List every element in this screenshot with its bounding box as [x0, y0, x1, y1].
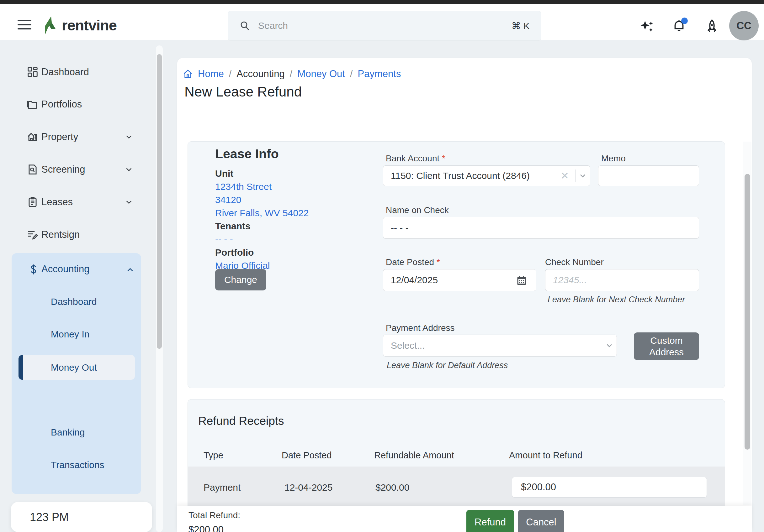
cell-refundable-amount: $200.00	[375, 482, 409, 493]
sidebar-item-portfolios[interactable]: Portfolios	[0, 95, 147, 113]
payment-address-select[interactable]: Select...	[383, 334, 617, 356]
search-placeholder: Search	[258, 20, 511, 31]
sidebar-item-rentsign[interactable]: Rentsign	[0, 226, 147, 243]
change-lease-button[interactable]: Change	[215, 269, 266, 290]
name-on-check-label: Name on Check	[386, 205, 449, 215]
refund-submit-button[interactable]: Refund	[467, 510, 514, 532]
refund-receipts-heading: Refund Receipts	[198, 415, 284, 428]
tenants-value-link[interactable]: -- - -	[215, 234, 233, 245]
sidebar-item-label: Rentsign	[41, 229, 80, 240]
total-refund-label: Total Refund:	[188, 510, 240, 520]
chevron-down-icon	[124, 198, 134, 207]
sidebar-item-label: Portfolios	[41, 99, 82, 110]
tenants-label: Tenants	[215, 221, 251, 231]
total-refund-value: $200.00	[188, 524, 224, 532]
content-scrollbar[interactable]	[743, 142, 751, 505]
sidebar-item-leases[interactable]: Leases	[0, 193, 147, 211]
lease-info-heading: Lease Info	[215, 147, 279, 161]
calendar-icon[interactable]	[516, 274, 527, 286]
form-action-footer: Total Refund: $200.00 Refund Cancel	[177, 506, 752, 532]
avatar-initials: CC	[736, 20, 751, 32]
dashboard-grid-icon	[27, 66, 39, 78]
sidebar-item-banking[interactable]: Banking	[12, 424, 141, 441]
memo-input[interactable]	[598, 166, 699, 186]
rentvine-logo[interactable]: rentvine	[43, 15, 117, 35]
sidebar-scrollbar-thumb[interactable]	[157, 54, 162, 349]
logo-text: rentvine	[62, 17, 117, 34]
name-on-check-input[interactable]	[383, 217, 699, 239]
window-chrome-strip	[0, 0, 764, 4]
cancel-button[interactable]: Cancel	[518, 510, 564, 532]
dollar-icon	[28, 263, 40, 275]
sidebar-item-money-in[interactable]: Money In	[12, 326, 141, 342]
menu-toggle-button[interactable]	[18, 17, 31, 30]
notification-badge-dot	[681, 18, 688, 24]
bank-account-value: 1150: Client Trust Account (2846)	[391, 171, 554, 181]
rentvine-leaf-icon	[43, 15, 59, 35]
unit-address-link[interactable]: 1234th Street	[215, 182, 272, 192]
app-header: rentvine Search ⌘ K	[0, 4, 764, 40]
breadcrumb-money-out[interactable]: Money Out	[297, 68, 345, 79]
app-root: rentvine Search ⌘ K	[0, 0, 764, 532]
portfolio-label: Portfolio	[215, 247, 254, 258]
sidebar-item-property[interactable]: Property	[0, 128, 147, 146]
content-scrollbar-thumb[interactable]	[745, 174, 750, 450]
user-avatar[interactable]: CC	[729, 11, 759, 41]
cell-type: Payment	[204, 482, 241, 493]
clock-time: 123 PM	[30, 511, 69, 524]
date-posted-label: Date Posted *	[386, 257, 440, 267]
sidebar-item-money-out-active[interactable]: Money Out	[19, 355, 135, 380]
check-number-input[interactable]	[545, 269, 699, 291]
breadcrumb-payments[interactable]: Payments	[358, 68, 401, 79]
sidebar-item-accounting[interactable]: Accounting	[12, 261, 141, 279]
ai-sparkles-icon[interactable]	[640, 19, 654, 33]
check-number-label: Check Number	[545, 257, 604, 267]
sidebar-item-diagnostics[interactable]: Diagnostics	[12, 489, 141, 494]
global-search-input[interactable]: Search ⌘ K	[228, 11, 541, 41]
payment-address-helper: Leave Blank for Default Address	[387, 361, 508, 370]
custom-address-button[interactable]: Custom Address	[634, 332, 699, 360]
search-icon	[239, 20, 251, 31]
sidebar-item-dashboard[interactable]: Dashboard	[0, 63, 147, 81]
whats-new-rocket-icon[interactable]	[704, 19, 718, 33]
folder-icon	[27, 98, 39, 110]
column-header-date-posted: Date Posted	[282, 450, 332, 461]
breadcrumb-separator: /	[290, 68, 292, 79]
date-posted-input[interactable]	[383, 269, 536, 291]
sidebar-item-label: Property	[41, 131, 78, 143]
screening-document-search-icon	[27, 164, 39, 176]
clock-widget[interactable]: 123 PM	[11, 502, 152, 532]
unit-address-link[interactable]: 34120	[215, 195, 241, 205]
unit-address-link[interactable]: River Falls, WV 54022	[215, 208, 308, 218]
unit-label: Unit	[215, 168, 233, 179]
sidebar-accounting-group: Accounting Dashboard Money In Money Out …	[12, 253, 141, 494]
leases-clipboard-icon	[27, 196, 39, 208]
column-header-type: Type	[204, 450, 223, 461]
amount-to-refund-input[interactable]	[512, 477, 707, 497]
sidebar-scrollbar[interactable]	[156, 46, 163, 532]
column-header-refundable-amount: Refundable Amount	[374, 450, 454, 461]
home-icon[interactable]	[183, 69, 193, 79]
rentsign-signature-icon	[27, 229, 39, 241]
payment-address-placeholder: Select...	[391, 340, 602, 351]
page-title: New Lease Refund	[184, 84, 302, 100]
bank-account-select[interactable]: 1150: Client Trust Account (2846) ✕	[383, 166, 590, 186]
search-shortcut: ⌘ K	[511, 20, 530, 31]
sidebar-item-label: Leases	[41, 197, 73, 208]
sidebar-item-screening[interactable]: Screening	[0, 161, 147, 178]
breadcrumb-home[interactable]: Home	[198, 68, 224, 79]
breadcrumb-separator: /	[350, 68, 353, 79]
chevron-down-icon[interactable]	[602, 341, 617, 350]
chevron-down-icon	[124, 165, 134, 174]
chevron-down-icon[interactable]	[576, 171, 590, 180]
table-row: Payment 12-04-2025 $200.00	[188, 466, 725, 506]
sidebar-item-accounting-dashboard[interactable]: Dashboard	[12, 294, 141, 310]
sidebar-item-transactions[interactable]: Transactions	[12, 457, 141, 473]
column-header-amount-to-refund: Amount to Refund	[509, 450, 582, 461]
breadcrumb-accounting: Accounting	[237, 68, 285, 79]
breadcrumb-separator: /	[229, 68, 232, 79]
bank-account-label: Bank Account *	[386, 154, 445, 164]
clear-selection-icon[interactable]: ✕	[554, 170, 575, 182]
sidebar-item-label: Dashboard	[41, 66, 89, 78]
chevron-up-icon	[125, 265, 135, 274]
